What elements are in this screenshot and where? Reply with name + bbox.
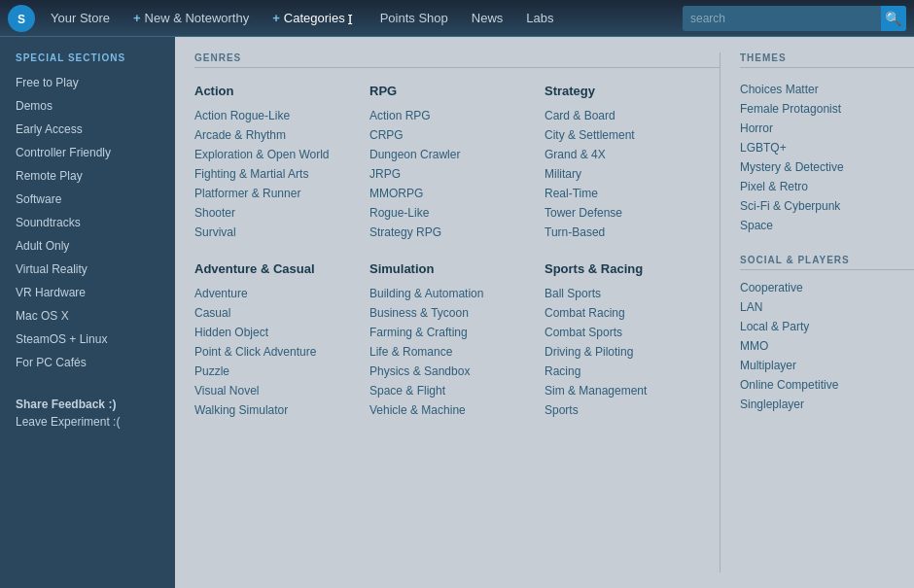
social-players-header: SOCIAL & PLAYERS	[740, 255, 914, 270]
genre-military[interactable]: Military	[545, 164, 710, 184]
sidebar-adult-only[interactable]: Adult Only	[0, 234, 175, 258]
genre-jrpg[interactable]: JRPG	[369, 164, 535, 184]
theme-mystery-detective[interactable]: Mystery & Detective	[740, 157, 914, 177]
theme-horror[interactable]: Horror	[740, 119, 914, 138]
genre-fighting-martial-arts[interactable]: Fighting & Martial Arts	[194, 164, 360, 184]
genres-grid: Action Action Rogue-Like Arcade & Rhythm…	[194, 80, 720, 439]
search-input[interactable]	[683, 12, 881, 25]
genre-combat-racing[interactable]: Combat Racing	[545, 303, 710, 323]
sidebar-demos[interactable]: Demos	[0, 94, 175, 118]
genre-business-tycoon[interactable]: Business & Tycoon	[369, 303, 535, 323]
genre-grand-4x[interactable]: Grand & 4X	[545, 145, 710, 164]
sidebar-mac-os-x[interactable]: Mac OS X	[0, 304, 175, 328]
genre-adventure[interactable]: Adventure	[194, 284, 360, 303]
categories-dropdown: SPECIAL SECTIONS Free to Play Demos Earl…	[0, 37, 914, 588]
nav-news[interactable]: News	[460, 0, 515, 37]
sidebar-virtual-reality[interactable]: Virtual Reality	[0, 258, 175, 281]
action-title: Action	[194, 84, 360, 98]
genre-puzzle[interactable]: Puzzle	[194, 362, 360, 381]
svg-text:S: S	[18, 13, 25, 26]
genre-sports[interactable]: Sports	[545, 400, 710, 420]
nav-new-noteworthy[interactable]: + New & Noteworthy	[122, 0, 261, 37]
leave-experiment-link[interactable]: Leave Experiment :(	[16, 415, 159, 429]
sidebar-steamos-linux[interactable]: SteamOS + Linux	[0, 328, 175, 351]
genre-visual-novel[interactable]: Visual Novel	[194, 381, 360, 400]
genre-group-adventure-casual: Adventure & Casual Adventure Casual Hidd…	[194, 261, 360, 420]
genre-mmorpg[interactable]: MMORPG	[369, 184, 535, 203]
genre-platformer-runner[interactable]: Platformer & Runner	[194, 184, 360, 203]
nav-categories[interactable]: + Categories 𝖨	[261, 0, 368, 37]
theme-choices-matter[interactable]: Choices Matter	[740, 80, 914, 99]
social-online-competitive[interactable]: Online Competitive	[740, 375, 914, 395]
genre-combat-sports[interactable]: Combat Sports	[545, 323, 710, 342]
social-singleplayer[interactable]: Singleplayer	[740, 395, 914, 414]
nav-your-store[interactable]: Your Store	[39, 0, 122, 37]
social-multiplayer[interactable]: Multiplayer	[740, 356, 914, 375]
genre-dungeon-crawler[interactable]: Dungeon Crawler	[369, 145, 535, 164]
social-lan[interactable]: LAN	[740, 297, 914, 317]
genre-arcade-rhythm[interactable]: Arcade & Rhythm	[194, 125, 360, 145]
sports-racing-title: Sports & Racing	[545, 261, 710, 276]
genre-group-rpg: RPG Action RPG CRPG Dungeon Crawler JRPG…	[369, 84, 535, 242]
genre-hidden-object[interactable]: Hidden Object	[194, 323, 360, 342]
genre-card-board[interactable]: Card & Board	[545, 106, 710, 125]
genre-action-rpg[interactable]: Action RPG	[369, 106, 535, 125]
genre-city-settlement[interactable]: City & Settlement	[545, 125, 710, 145]
genre-driving-piloting[interactable]: Driving & Piloting	[545, 342, 710, 362]
genre-group-simulation: Simulation Building & Automation Busines…	[369, 261, 535, 420]
special-sections-sidebar: SPECIAL SECTIONS Free to Play Demos Earl…	[0, 37, 175, 588]
sidebar-controller-friendly[interactable]: Controller Friendly	[0, 141, 175, 164]
sidebar-early-access[interactable]: Early Access	[0, 118, 175, 141]
genre-real-time[interactable]: Real-Time	[545, 184, 710, 203]
sidebar-free-to-play[interactable]: Free to Play	[0, 71, 175, 94]
social-cooperative[interactable]: Cooperative	[740, 278, 914, 297]
steam-logo: S	[8, 5, 35, 32]
social-mmo[interactable]: MMO	[740, 336, 914, 356]
theme-space[interactable]: Space	[740, 216, 914, 235]
genre-building-automation[interactable]: Building & Automation	[369, 284, 535, 303]
genre-crpg[interactable]: CRPG	[369, 125, 535, 145]
genre-racing[interactable]: Racing	[545, 362, 710, 381]
genre-strategy-rpg[interactable]: Strategy RPG	[369, 223, 535, 242]
genre-turn-based[interactable]: Turn-Based	[545, 223, 710, 242]
genre-group-sports-racing: Sports & Racing Ball Sports Combat Racin…	[545, 261, 710, 420]
genre-shooter[interactable]: Shooter	[194, 203, 360, 223]
theme-pixel-retro[interactable]: Pixel & Retro	[740, 177, 914, 196]
sidebar-vr-hardware[interactable]: VR Hardware	[0, 281, 175, 304]
genre-sim-management[interactable]: Sim & Management	[545, 381, 710, 400]
genre-space-flight[interactable]: Space & Flight	[369, 381, 535, 400]
nav-points-shop[interactable]: Points Shop	[369, 0, 460, 37]
theme-female-protagonist[interactable]: Female Protagonist	[740, 99, 914, 119]
theme-sci-fi-cyberpunk[interactable]: Sci-Fi & Cyberpunk	[740, 196, 914, 216]
genres-main-content: GENRES Action Action Rogue-Like Arcade &…	[175, 37, 914, 588]
genre-walking-simulator[interactable]: Walking Simulator	[194, 400, 360, 420]
genre-rogue-like[interactable]: Rogue-Like	[369, 203, 535, 223]
genre-ball-sports[interactable]: Ball Sports	[545, 284, 710, 303]
strategy-title: Strategy	[545, 84, 710, 98]
sidebar-soundtracks[interactable]: Soundtracks	[0, 211, 175, 234]
cursor-indicator: 𝖨	[347, 12, 357, 25]
genre-point-click-adventure[interactable]: Point & Click Adventure	[194, 342, 360, 362]
genre-vehicle-machine[interactable]: Vehicle & Machine	[369, 400, 535, 420]
genre-life-romance[interactable]: Life & Romance	[369, 342, 535, 362]
simulation-title: Simulation	[369, 261, 535, 276]
genre-action-rogue-like[interactable]: Action Rogue-Like	[194, 106, 360, 125]
nav-labs[interactable]: Labs	[514, 0, 565, 37]
genre-exploration-open-world[interactable]: Exploration & Open World	[194, 145, 360, 164]
sidebar-remote-play[interactable]: Remote Play	[0, 164, 175, 188]
sidebar-software[interactable]: Software	[0, 188, 175, 211]
share-feedback-link[interactable]: Share Feedback :)	[16, 398, 159, 411]
genre-tower-defense[interactable]: Tower Defense	[545, 203, 710, 223]
genre-survival[interactable]: Survival	[194, 223, 360, 242]
search-button[interactable]: 🔍	[881, 6, 906, 31]
genre-column-2: RPG Action RPG CRPG Dungeon Crawler JRPG…	[369, 80, 535, 439]
social-local-party[interactable]: Local & Party	[740, 317, 914, 336]
sidebar-for-pc-cafes[interactable]: For PC Cafés	[0, 351, 175, 374]
top-navigation: S Your Store + New & Noteworthy + Catego…	[0, 0, 914, 37]
genre-casual[interactable]: Casual	[194, 303, 360, 323]
genre-group-action: Action Action Rogue-Like Arcade & Rhythm…	[194, 84, 360, 242]
genre-farming-crafting[interactable]: Farming & Crafting	[369, 323, 535, 342]
genre-column-3: Strategy Card & Board City & Settlement …	[545, 80, 710, 439]
theme-lgbtq[interactable]: LGBTQ+	[740, 138, 914, 157]
genre-physics-sandbox[interactable]: Physics & Sandbox	[369, 362, 535, 381]
